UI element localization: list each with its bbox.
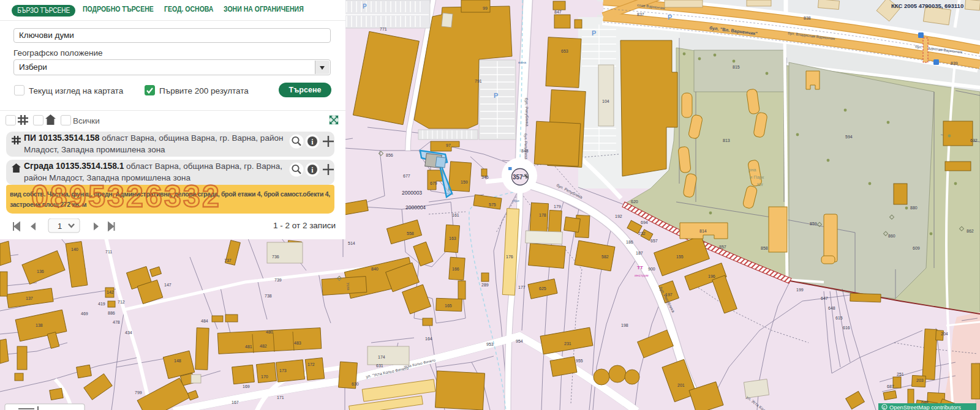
svg-text:687: 687 xyxy=(887,384,894,389)
svg-text:582: 582 xyxy=(601,255,609,259)
svg-text:840: 840 xyxy=(371,267,379,271)
svg-text:204: 204 xyxy=(941,332,948,336)
svg-text:161: 161 xyxy=(452,213,459,217)
svg-text:176: 176 xyxy=(506,255,513,259)
svg-text:офи: офи xyxy=(512,199,519,203)
svg-text:858: 858 xyxy=(761,246,768,250)
svg-text:c: c xyxy=(883,405,886,409)
svg-text:856: 856 xyxy=(386,153,393,157)
svg-text:558: 558 xyxy=(407,231,414,236)
svg-text:138: 138 xyxy=(36,323,43,327)
svg-text:609: 609 xyxy=(913,246,920,250)
svg-text:169: 169 xyxy=(243,384,250,389)
svg-text:171: 171 xyxy=(277,395,284,400)
svg-text:289: 289 xyxy=(481,283,489,287)
svg-text:694: 694 xyxy=(641,220,648,225)
svg-text:196: 196 xyxy=(708,274,715,278)
svg-text:900: 900 xyxy=(648,267,655,271)
svg-text:483: 483 xyxy=(294,341,301,345)
svg-text:P: P xyxy=(494,92,498,99)
svg-text:ТТ: ТТ xyxy=(637,265,643,270)
svg-text:104: 104 xyxy=(602,99,609,103)
svg-text:140: 140 xyxy=(71,247,78,252)
svg-text:711: 711 xyxy=(105,250,112,254)
svg-text:814: 814 xyxy=(699,229,707,233)
svg-text:838: 838 xyxy=(804,16,811,20)
svg-text:736: 736 xyxy=(272,255,279,259)
svg-text:648: 648 xyxy=(828,306,835,310)
svg-text:859: 859 xyxy=(810,222,817,226)
svg-text:625: 625 xyxy=(539,286,546,291)
svg-text:739: 739 xyxy=(274,278,282,282)
svg-text:203: 203 xyxy=(916,378,924,382)
svg-text:232: 232 xyxy=(638,231,646,236)
svg-text:172: 172 xyxy=(307,362,315,367)
svg-text:159: 159 xyxy=(461,180,468,184)
svg-text:192: 192 xyxy=(615,214,622,218)
svg-text:357: 357 xyxy=(513,174,523,181)
svg-text:615: 615 xyxy=(835,316,843,320)
svg-text:148: 148 xyxy=(174,359,181,363)
svg-text:813: 813 xyxy=(723,138,730,143)
svg-text:147: 147 xyxy=(164,283,172,287)
svg-text:575: 575 xyxy=(489,203,496,207)
svg-text:434: 434 xyxy=(125,330,132,335)
svg-text:799: 799 xyxy=(135,390,142,395)
svg-text:166: 166 xyxy=(452,267,459,271)
svg-text:954: 954 xyxy=(516,339,523,343)
svg-text:199: 199 xyxy=(796,288,804,292)
svg-text:860: 860 xyxy=(888,234,895,238)
svg-text:201: 201 xyxy=(677,383,685,387)
svg-text:164: 164 xyxy=(425,337,432,341)
svg-text:251: 251 xyxy=(897,372,904,376)
svg-text:679: 679 xyxy=(430,181,437,185)
svg-text:791: 791 xyxy=(475,79,482,83)
svg-text:Юг: Юг xyxy=(757,182,764,187)
svg-text:630: 630 xyxy=(352,382,359,386)
svg-text:179: 179 xyxy=(554,204,561,209)
svg-text:177: 177 xyxy=(518,285,526,289)
svg-text:ККС 2005 4790035, 693110: ККС 2005 4790035, 693110 xyxy=(891,2,963,9)
svg-text:178: 178 xyxy=(539,213,546,217)
svg-text:97: 97 xyxy=(446,143,451,147)
svg-text:173: 173 xyxy=(279,368,287,373)
svg-text:514: 514 xyxy=(348,241,355,245)
svg-text:862: 862 xyxy=(967,229,974,233)
svg-text:880: 880 xyxy=(910,206,918,210)
svg-text:2000003: 2000003 xyxy=(402,190,422,196)
svg-text:165: 165 xyxy=(445,304,452,308)
svg-text:99: 99 xyxy=(483,6,488,10)
svg-text:484: 484 xyxy=(201,319,208,323)
svg-text:163: 163 xyxy=(449,236,456,240)
svg-text:P: P xyxy=(363,3,367,10)
svg-text:677: 677 xyxy=(403,174,410,178)
svg-text:186: 186 xyxy=(626,240,633,244)
svg-text:616: 616 xyxy=(843,326,850,330)
svg-text:инструм: инструм xyxy=(635,274,649,277)
svg-text:481: 481 xyxy=(245,345,252,349)
svg-text:712: 712 xyxy=(118,300,125,304)
svg-text:594: 594 xyxy=(845,135,853,139)
svg-text:231: 231 xyxy=(564,341,571,346)
svg-text:198: 198 xyxy=(621,323,628,327)
svg-text:632: 632 xyxy=(970,138,978,143)
svg-text:P: P xyxy=(668,13,672,21)
svg-text:482: 482 xyxy=(260,344,267,348)
svg-text:620: 620 xyxy=(631,199,638,204)
svg-text:771: 771 xyxy=(380,27,387,31)
svg-text:738: 738 xyxy=(265,294,272,298)
svg-text:174: 174 xyxy=(378,355,385,359)
svg-text:478: 478 xyxy=(113,320,120,324)
svg-text:657: 657 xyxy=(650,239,658,243)
svg-text:737: 737 xyxy=(224,258,232,263)
svg-text:955: 955 xyxy=(576,359,583,363)
svg-text:839: 839 xyxy=(951,61,958,65)
svg-text:847: 847 xyxy=(554,10,562,14)
svg-text:2000004: 2000004 xyxy=(405,204,426,211)
svg-text:857: 857 xyxy=(719,245,726,249)
svg-text:469: 469 xyxy=(81,311,88,316)
svg-text:и Парк: и Парк xyxy=(750,174,764,180)
svg-text:953: 953 xyxy=(486,342,494,346)
svg-text:647: 647 xyxy=(821,296,828,300)
svg-text:142: 142 xyxy=(107,290,114,294)
